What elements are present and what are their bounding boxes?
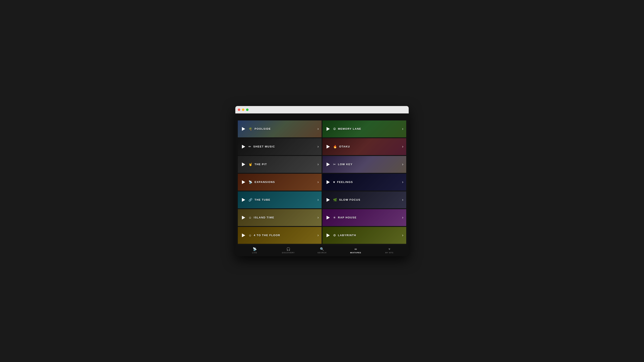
play-button-feelings[interactable] bbox=[325, 179, 331, 185]
card-name-the-tube: THE TUBE bbox=[254, 198, 270, 201]
card-name-expansions: EXPANSIONS bbox=[254, 180, 275, 184]
play-button-expansions[interactable] bbox=[241, 179, 246, 185]
card-name-otaku: OTAKU bbox=[339, 145, 350, 148]
play-triangle-feelings bbox=[326, 180, 330, 184]
play-button-poolside[interactable] bbox=[241, 126, 246, 132]
card-name-the-pit: THE PIT bbox=[254, 163, 267, 166]
play-triangle-island-time bbox=[242, 216, 245, 219]
card-left-labyrinth: ⚙ LABYRINTH bbox=[325, 232, 356, 238]
chevron-right-slow-focus: › bbox=[402, 198, 403, 202]
card-left-4-to-floor: ☺ 4 TO THE FLOOR bbox=[241, 232, 280, 238]
mixtape-card-the-tube[interactable]: 🔗 THE TUBE › bbox=[238, 191, 322, 208]
mixtape-card-poolside[interactable]: 🌴 POOLSIDE › bbox=[238, 120, 322, 137]
minimize-button[interactable] bbox=[242, 108, 244, 111]
nav-icon-my-nts: ♥ bbox=[388, 247, 390, 251]
mixtape-card-labyrinth[interactable]: ⚙ LABYRINTH › bbox=[322, 227, 406, 244]
card-icon-island-time: ☺ bbox=[248, 216, 252, 219]
chevron-right-poolside: › bbox=[318, 127, 319, 131]
card-name-sheet-music: SHEET MUSIC bbox=[253, 145, 275, 148]
play-triangle-low-key bbox=[326, 163, 330, 166]
maximize-button[interactable] bbox=[246, 108, 248, 111]
window-controls bbox=[238, 108, 248, 111]
card-icon-feelings: ♥ bbox=[333, 180, 335, 184]
card-left-the-pit: 🤘 THE PIT bbox=[241, 161, 267, 167]
mixtape-grid: 🌴 POOLSIDE › ☮ MEMORY LANE › bbox=[238, 120, 406, 244]
main-content: 🌴 POOLSIDE › ☮ MEMORY LANE › bbox=[235, 113, 409, 256]
chevron-right-sheet-music: › bbox=[318, 144, 319, 149]
card-left-memory-lane: ☮ MEMORY LANE bbox=[325, 126, 361, 132]
card-content-labyrinth: ⚙ LABYRINTH › bbox=[322, 232, 406, 238]
card-icon-poolside: 🌴 bbox=[248, 127, 252, 131]
nav-item-mixtapes[interactable]: ∞ MIXTAPES bbox=[339, 247, 372, 254]
nav-icon-mixtapes: ∞ bbox=[354, 247, 357, 251]
card-left-otaku: 🔥 OTAKU bbox=[325, 144, 350, 150]
card-content-the-pit: 🤘 THE PIT › bbox=[238, 161, 322, 167]
chevron-right-the-pit: › bbox=[318, 162, 319, 166]
mixtape-card-the-pit[interactable]: 🤘 THE PIT › bbox=[238, 156, 322, 173]
card-icon-the-pit: 🤘 bbox=[248, 163, 252, 166]
play-button-4-to-floor[interactable] bbox=[241, 232, 246, 238]
card-name-labyrinth: LABYRINTH bbox=[338, 234, 356, 237]
nav-icon-search: 🔍 bbox=[320, 247, 324, 251]
bottom-nav: 📡 LIVE 🎧 DISCOVERY 🔍 SEARCH ∞ MIXTAPES ♥… bbox=[238, 245, 406, 256]
nav-item-live[interactable]: 📡 LIVE bbox=[238, 247, 272, 254]
card-icon-the-tube: 🔗 bbox=[248, 198, 252, 202]
mixtape-card-island-time[interactable]: ☺ ISLAND TIME › bbox=[238, 209, 322, 226]
mixtape-card-rap-house[interactable]: ✳ RAP HOUSE › bbox=[322, 209, 406, 226]
app-window: 🌴 POOLSIDE › ☮ MEMORY LANE › bbox=[235, 106, 409, 256]
card-icon-labyrinth: ⚙ bbox=[333, 234, 336, 237]
card-icon-otaku: 🔥 bbox=[333, 145, 337, 148]
mixtape-card-otaku[interactable]: 🔥 OTAKU › bbox=[322, 138, 406, 155]
mixtape-card-low-key[interactable]: ✂ LOW KEY › bbox=[322, 156, 406, 173]
card-left-expansions: 📡 EXPANSIONS bbox=[241, 179, 275, 185]
mixtape-card-feelings[interactable]: ♥ FEELINGS › bbox=[322, 174, 406, 191]
play-button-slow-focus[interactable] bbox=[325, 197, 331, 203]
card-content-the-tube: 🔗 THE TUBE › bbox=[238, 197, 322, 203]
card-icon-slow-focus: 🌿 bbox=[333, 198, 337, 202]
play-triangle-sheet-music bbox=[242, 145, 245, 148]
chevron-right-memory-lane: › bbox=[402, 127, 403, 131]
play-button-rap-house[interactable] bbox=[325, 215, 331, 221]
chevron-right-otaku: › bbox=[402, 144, 403, 149]
card-content-4-to-floor: ☺ 4 TO THE FLOOR › bbox=[238, 232, 322, 238]
card-left-slow-focus: 🌿 SLOW FOCUS bbox=[325, 197, 360, 203]
nav-label-mixtapes: MIXTAPES bbox=[350, 252, 361, 254]
card-name-low-key: LOW KEY bbox=[338, 163, 352, 166]
mixtape-card-expansions[interactable]: 📡 EXPANSIONS › bbox=[238, 174, 322, 191]
play-button-island-time[interactable] bbox=[241, 215, 246, 221]
card-left-poolside: 🌴 POOLSIDE bbox=[241, 126, 271, 132]
play-button-the-pit[interactable] bbox=[241, 161, 246, 167]
mixtape-card-slow-focus[interactable]: 🌿 SLOW FOCUS › bbox=[322, 191, 406, 208]
play-button-otaku[interactable] bbox=[325, 144, 331, 150]
play-triangle-slow-focus bbox=[326, 198, 330, 202]
card-content-memory-lane: ☮ MEMORY LANE › bbox=[322, 126, 406, 132]
card-content-low-key: ✂ LOW KEY › bbox=[322, 161, 406, 167]
nav-item-search[interactable]: 🔍 SEARCH bbox=[305, 247, 339, 254]
card-content-rap-house: ✳ RAP HOUSE › bbox=[322, 215, 406, 221]
mixtape-card-memory-lane[interactable]: ☮ MEMORY LANE › bbox=[322, 120, 406, 137]
nav-label-search: SEARCH bbox=[318, 252, 326, 254]
card-content-feelings: ♥ FEELINGS › bbox=[322, 179, 406, 185]
mixtape-card-sheet-music[interactable]: ✏ SHEET MUSIC › bbox=[238, 138, 322, 155]
play-triangle-the-tube bbox=[242, 198, 245, 202]
mixtape-card-4-to-floor[interactable]: ☺ 4 TO THE FLOOR › bbox=[238, 227, 322, 244]
play-triangle-otaku bbox=[326, 145, 330, 148]
card-icon-memory-lane: ☮ bbox=[333, 127, 336, 131]
nav-item-my-nts[interactable]: ♥ MY NTS bbox=[372, 247, 406, 254]
play-triangle-rap-house bbox=[326, 216, 330, 219]
play-button-the-tube[interactable] bbox=[241, 197, 246, 203]
nav-item-discovery[interactable]: 🎧 DISCOVERY bbox=[272, 247, 305, 254]
play-triangle-the-pit bbox=[242, 163, 245, 166]
card-left-sheet-music: ✏ SHEET MUSIC bbox=[241, 144, 275, 150]
card-left-the-tube: 🔗 THE TUBE bbox=[241, 197, 270, 203]
play-triangle-memory-lane bbox=[326, 127, 330, 131]
card-content-otaku: 🔥 OTAKU › bbox=[322, 144, 406, 150]
close-button[interactable] bbox=[238, 108, 240, 111]
play-button-labyrinth[interactable] bbox=[325, 232, 331, 238]
play-button-low-key[interactable] bbox=[325, 161, 331, 167]
play-button-sheet-music[interactable] bbox=[241, 144, 246, 150]
card-name-poolside: POOLSIDE bbox=[254, 127, 271, 130]
play-button-memory-lane[interactable] bbox=[325, 126, 331, 132]
card-content-island-time: ☺ ISLAND TIME › bbox=[238, 215, 322, 221]
card-name-feelings: FEELINGS bbox=[337, 180, 353, 184]
